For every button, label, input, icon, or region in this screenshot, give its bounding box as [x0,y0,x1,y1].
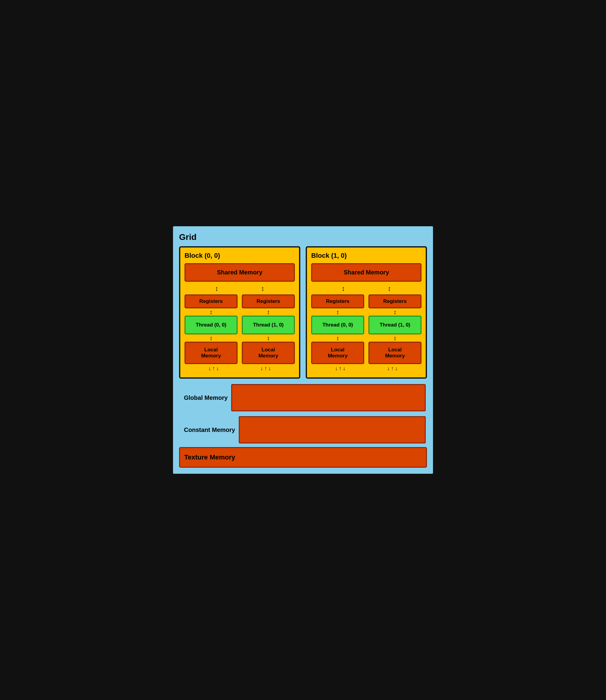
block-10-shared-memory: Shared Memory [311,263,421,282]
block-10-arrow-group-right: ↓ ↑ ↓ [387,365,398,372]
block-10-thread-10-local: LocalMemory [369,342,421,364]
block-10-thread-00-box: Thread (0, 0) [311,316,364,334]
block-00-arrow-group-right: ↓ ↑ ↓ [261,365,271,372]
block-00: Block (0, 0) Shared Memory ↕ ↕ Registers… [179,246,300,379]
block-00-thread-00-local: LocalMemory [185,342,237,364]
block-00-thread-10-col: Registers ↕ Thread (1, 0) ↕ LocalMemory [242,294,295,364]
arrow-reg-thread-10: ↕ [267,308,270,316]
arrow-b10-thread-local-10: ↕ [394,334,397,342]
arrow-b10-thread-local-00: ↕ [336,334,340,342]
block-10-thread-10-col: Registers ↕ Thread (1, 0) ↕ LocalMemory [369,294,421,364]
block-10-arrow-group-left: ↓ ↑ ↓ [335,365,346,372]
outer-wrapper: Grid Block (0, 0) Shared Memory ↕ ↕ Regi… [167,220,439,480]
arrow-b10-d5: ↑ [391,365,394,372]
block-10-arrows-shared: ↕ ↕ [311,285,421,293]
texture-memory-row: Texture Memory [179,447,427,468]
arrow-b10-reg-thread-00: ↕ [336,308,340,316]
block-00-arrow-group-left: ↓ ↑ ↓ [208,365,219,372]
block-00-thread-10-local: LocalMemory [242,342,295,364]
block-10-thread-00-local: LocalMemory [311,342,364,364]
arrow-d1: ↓ [208,365,211,372]
block-00-shared-memory: Shared Memory [185,263,295,282]
arrow-b10-d2: ↑ [339,365,342,372]
block-10-threads-row: Registers ↕ Thread (0, 0) ↕ LocalMemory … [311,294,421,364]
grid-label: Grid [179,232,427,242]
block-00-thread-10-box: Thread (1, 0) [242,316,295,334]
arrow-shared-thread-00-right: ↕ [261,285,264,293]
arrow-reg-thread-00: ↕ [210,308,213,316]
block-00-thread-10-registers: Registers [242,294,295,308]
blocks-row: Block (0, 0) Shared Memory ↕ ↕ Registers… [179,246,427,379]
constant-memory-label: Constant Memory [180,416,239,443]
arrow-b10-d6: ↓ [395,365,398,372]
block-00-label: Block (0, 0) [185,252,295,260]
global-memory-wrapper: Global Memory [179,383,427,413]
block-10-thread-10-box: Thread (1, 0) [369,316,421,334]
block-10-down-arrows: ↓ ↑ ↓ ↓ ↑ ↓ [311,364,421,373]
global-memory-bar [231,384,426,411]
block-10-thread-00-col: Registers ↕ Thread (0, 0) ↕ LocalMemory [311,294,364,364]
arrow-d4: ↓ [261,365,263,372]
grid-container: Grid Block (0, 0) Shared Memory ↕ ↕ Regi… [171,225,435,475]
arrow-d5: ↑ [264,365,267,372]
block-10-label: Block (1, 0) [311,252,421,260]
arrow-d2: ↑ [212,365,215,372]
block-00-down-arrows: ↓ ↑ ↓ ↓ ↑ ↓ [185,364,295,373]
global-memory-label: Global Memory [180,384,231,411]
texture-memory-label: Texture Memory [184,454,235,461]
arrow-d3: ↓ [216,365,219,372]
arrow-shared-thread-10-left: ↕ [342,285,345,293]
block-00-thread-00-col: Registers ↕ Thread (0, 0) ↕ LocalMemory [185,294,237,364]
arrow-thread-local-00: ↕ [210,334,213,342]
constant-memory-wrapper: Constant Memory [179,415,427,445]
block-00-threads-row: Registers ↕ Thread (0, 0) ↕ LocalMemory … [185,294,295,364]
block-00-thread-00-box: Thread (0, 0) [185,316,237,334]
arrow-shared-thread-10-right: ↕ [388,285,391,293]
arrow-b10-d4: ↓ [387,365,390,372]
block-10: Block (1, 0) Shared Memory ↕ ↕ Registers… [306,246,427,379]
block-10-thread-00-registers: Registers [311,294,364,308]
constant-memory-bar [239,416,426,443]
block-10-thread-10-registers: Registers [369,294,421,308]
arrow-b10-d3: ↓ [343,365,346,372]
arrow-thread-local-10: ↕ [267,334,270,342]
arrow-shared-thread-00-left: ↕ [215,285,218,293]
arrow-b10-reg-thread-10: ↕ [394,308,397,316]
arrow-d6: ↓ [269,365,271,372]
arrow-b10-d1: ↓ [335,365,338,372]
block-00-arrows-shared: ↕ ↕ [185,285,295,293]
block-00-thread-00-registers: Registers [185,294,237,308]
